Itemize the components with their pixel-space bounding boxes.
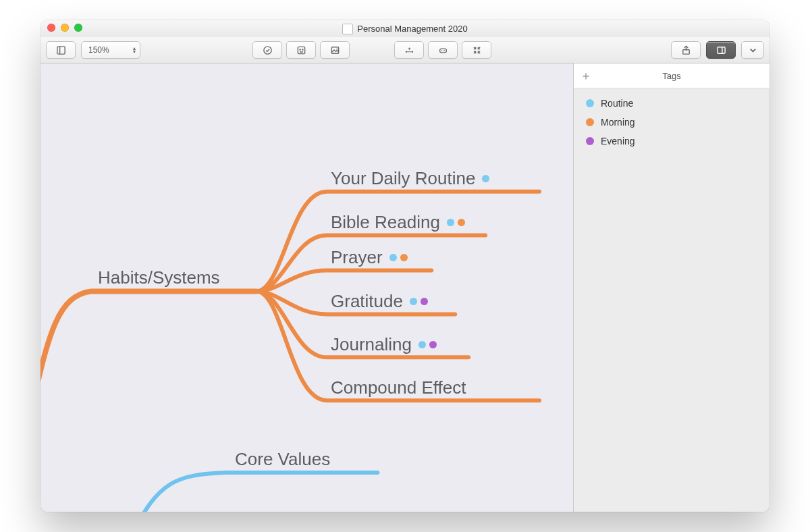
tag-dot-routine <box>418 341 426 348</box>
svg-point-15 <box>442 50 443 51</box>
tag-dot-routine <box>410 298 417 305</box>
window-title-text: Personal Management 2020 <box>357 24 467 34</box>
tag-dot-icon <box>586 137 594 145</box>
node-tags <box>482 175 489 182</box>
tag-dot-routine <box>389 254 397 261</box>
toolbar: 150% ▴▾ <box>40 37 770 63</box>
panel-right-icon <box>716 45 726 55</box>
style-group <box>252 41 350 59</box>
tag-row-morning[interactable]: Morning <box>574 113 770 132</box>
minimize-window-button[interactable] <box>61 24 69 32</box>
tag-label: Morning <box>601 117 635 128</box>
checkmark-circle-icon <box>263 45 273 55</box>
outline-toggle-button[interactable] <box>46 41 76 59</box>
fold-button[interactable] <box>462 41 491 59</box>
tag-label: Evening <box>601 136 635 147</box>
tag-dot-evening <box>421 298 428 305</box>
zoom-value: 150% <box>88 45 109 55</box>
node-label: Habits/Systems <box>98 267 220 288</box>
svg-rect-3 <box>298 47 304 53</box>
node-label: Bible Reading <box>331 212 440 233</box>
tag-dot-icon <box>586 99 594 107</box>
tag-row-evening[interactable]: Evening <box>574 132 770 151</box>
body: Habits/Systems Your Daily Routine Bible … <box>40 63 770 512</box>
mindmap-node[interactable]: Gratitude <box>331 291 428 312</box>
node-label: Compound Effect <box>331 377 466 398</box>
sticker-button[interactable] <box>286 41 316 59</box>
inspector-menu-button[interactable] <box>741 41 764 59</box>
notes-icon <box>438 45 448 55</box>
node-label: Your Daily Routine <box>331 168 475 189</box>
add-connection-button[interactable] <box>394 41 424 59</box>
sidebar-title: Tags <box>598 71 770 81</box>
node-label: Prayer <box>331 247 383 268</box>
mindmap-node[interactable]: Prayer <box>331 247 408 268</box>
image-button[interactable] <box>320 41 350 59</box>
mindmap-node[interactable]: Bible Reading <box>331 212 465 233</box>
connection-group <box>394 41 491 59</box>
svg-point-14 <box>441 50 441 51</box>
outline-icon <box>56 45 66 55</box>
node-label: Core Values <box>235 449 330 470</box>
node-tags <box>418 341 437 348</box>
notes-button[interactable] <box>428 41 458 59</box>
zoom-select[interactable]: 150% ▴▾ <box>81 41 140 59</box>
node-tags <box>410 298 428 305</box>
chevron-down-icon <box>748 45 758 55</box>
svg-point-5 <box>302 49 302 50</box>
svg-point-4 <box>300 49 300 50</box>
mindmap-canvas[interactable]: Habits/Systems Your Daily Routine Bible … <box>40 63 573 512</box>
zoom-window-button[interactable] <box>74 24 82 32</box>
tag-row-routine[interactable]: Routine <box>574 94 770 113</box>
svg-point-9 <box>411 51 412 52</box>
mindmap-sibling-node[interactable]: Core Values <box>235 449 330 470</box>
tag-label: Routine <box>601 98 633 109</box>
svg-point-8 <box>405 51 406 52</box>
share-icon <box>681 45 691 55</box>
tag-dot-morning <box>458 219 465 226</box>
mindmap-node[interactable]: Compound Effect <box>331 377 466 398</box>
svg-rect-18 <box>717 47 724 53</box>
sidebar-header: ＋ Tags <box>574 63 770 88</box>
mindmap-node[interactable]: Your Daily Routine <box>331 168 489 189</box>
app-window: Personal Management 2020 150% ▴▾ <box>40 20 770 512</box>
node-tags <box>447 219 465 226</box>
zoom-stepper-icon: ▴▾ <box>133 47 136 53</box>
titlebar: Personal Management 2020 <box>40 20 770 37</box>
node-tags <box>389 254 408 261</box>
tag-dot-routine <box>447 219 454 226</box>
checkmark-button[interactable] <box>252 41 282 59</box>
window-controls <box>47 24 82 32</box>
collapse-icon <box>472 45 482 55</box>
mindmap-root-node[interactable]: Habits/Systems <box>98 267 220 288</box>
tags-sidebar: ＋ Tags Routine Morning Evening <box>573 63 770 512</box>
mindmap-node[interactable]: Journaling <box>331 334 437 355</box>
add-tag-button[interactable]: ＋ <box>574 68 598 84</box>
node-label: Journaling <box>331 334 412 355</box>
document-icon <box>342 24 353 34</box>
tag-dot-icon <box>586 118 594 126</box>
close-window-button[interactable] <box>47 24 55 32</box>
share-button[interactable] <box>671 41 701 59</box>
smiley-icon <box>296 45 306 55</box>
tag-dot-evening <box>429 341 437 348</box>
tag-list: Routine Morning Evening <box>574 88 770 156</box>
svg-point-7 <box>336 48 338 49</box>
tag-dot-morning <box>400 254 408 261</box>
svg-rect-0 <box>57 46 64 53</box>
tag-dot-routine <box>482 175 489 182</box>
connection-plus-icon <box>404 45 414 55</box>
svg-point-16 <box>443 50 444 51</box>
image-icon <box>330 45 340 55</box>
window-title: Personal Management 2020 <box>342 24 467 34</box>
node-label: Gratitude <box>331 291 403 312</box>
inspector-toggle-button[interactable] <box>706 41 736 59</box>
